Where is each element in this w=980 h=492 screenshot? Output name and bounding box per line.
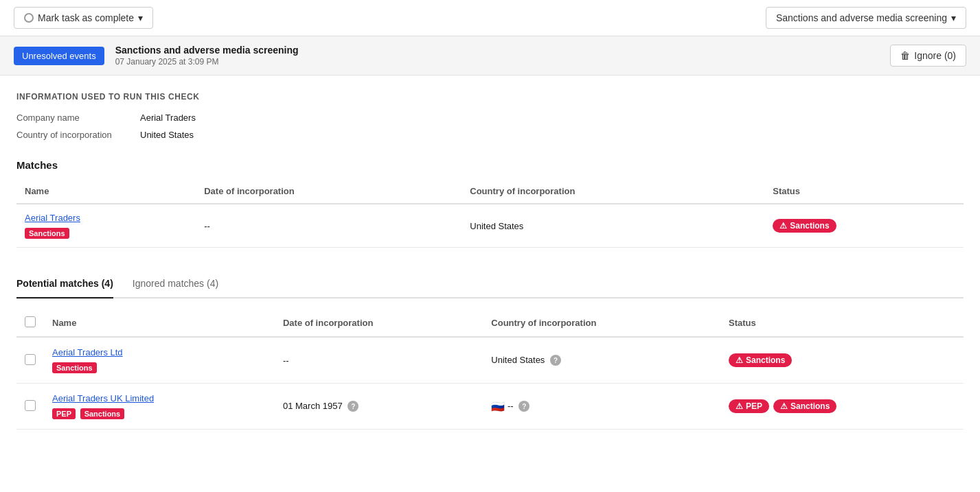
row-2-sanctions-badge: ⚠ Sanctions bbox=[773, 399, 836, 413]
potential-col-name: Name bbox=[44, 309, 275, 337]
row-2-pep-tag: PEP bbox=[52, 408, 76, 419]
aerial-traders-ltd-link[interactable]: Aerial Traders Ltd bbox=[52, 347, 266, 358]
row-1-checkbox[interactable] bbox=[25, 354, 36, 365]
matches-col-date: Date of incorporation bbox=[196, 179, 461, 204]
potential-header-row: Name Date of incorporation Country of in… bbox=[16, 309, 964, 337]
potential-col-date: Date of incorporation bbox=[275, 309, 483, 337]
potential-row-2: Aerial Traders UK Limited PEP Sanctions … bbox=[16, 384, 964, 430]
matches-section-title: Matches bbox=[16, 159, 964, 171]
country-value: United States bbox=[140, 130, 964, 140]
aerial-traders-link[interactable]: Aerial Traders bbox=[25, 213, 187, 223]
screening-dropdown-label: Sanctions and adverse media screening bbox=[776, 12, 947, 23]
matches-cell-country: United States bbox=[461, 204, 764, 248]
tab-potential-matches[interactable]: Potential matches (4) bbox=[16, 270, 113, 298]
select-all-checkbox[interactable] bbox=[25, 316, 36, 327]
circle-icon bbox=[24, 13, 34, 23]
matches-cell-date: -- bbox=[196, 204, 461, 248]
row-1-status-badges: ⚠ Sanctions bbox=[729, 353, 955, 367]
country-label: Country of incorporation bbox=[16, 130, 140, 140]
ignore-label: Ignore (0) bbox=[914, 50, 956, 61]
potential-row-2-name: Aerial Traders UK Limited PEP Sanctions bbox=[44, 384, 275, 430]
row-2-pep-icon: ⚠ bbox=[736, 401, 743, 411]
potential-row-1-checkbox-cell bbox=[16, 337, 44, 384]
matches-col-status: Status bbox=[764, 179, 964, 204]
matches-row: Aerial Traders Sanctions -- United State… bbox=[16, 204, 964, 248]
sub-header-left: Unresolved events Sanctions and adverse … bbox=[14, 45, 299, 67]
row-1-sanctions-tag: Sanctions bbox=[52, 362, 97, 373]
matches-cell-name: Aerial Traders Sanctions bbox=[16, 204, 196, 248]
tab-ignored-matches[interactable]: Ignored matches (4) bbox=[133, 270, 218, 298]
screening-dropdown-chevron: ▾ bbox=[951, 12, 956, 23]
sanctions-status-badge: ⚠ Sanctions bbox=[773, 219, 836, 233]
potential-row-2-status: ⚠ PEP ⚠ Sanctions bbox=[720, 384, 964, 430]
row-2-pep-badge: ⚠ PEP bbox=[729, 399, 769, 413]
tabs-container: Potential matches (4) Ignored matches (4… bbox=[16, 270, 964, 298]
exclamation-icon: ⚠ bbox=[779, 221, 787, 231]
sub-header-date: 07 January 2025 at 3:09 PM bbox=[115, 57, 299, 67]
company-name-label: Company name bbox=[16, 113, 140, 123]
potential-matches-table: Name Date of incorporation Country of in… bbox=[16, 309, 964, 430]
matches-table: Name Date of incorporation Country of in… bbox=[16, 179, 964, 248]
potential-row-2-country: 🇷🇺 -- ? bbox=[483, 384, 720, 430]
sub-header: Unresolved events Sanctions and adverse … bbox=[0, 36, 980, 75]
potential-row-1: Aerial Traders Ltd Sanctions -- United S… bbox=[16, 337, 964, 384]
mark-complete-chevron: ▾ bbox=[138, 12, 143, 23]
russia-flag-icon: 🇷🇺 bbox=[491, 401, 505, 412]
potential-row-2-checkbox-cell bbox=[16, 384, 44, 430]
potential-col-status: Status bbox=[720, 309, 964, 337]
potential-row-1-name: Aerial Traders Ltd Sanctions bbox=[44, 337, 275, 384]
row-2-country-help-icon[interactable]: ? bbox=[519, 401, 529, 412]
potential-row-1-status: ⚠ Sanctions bbox=[720, 337, 964, 384]
matches-col-name: Name bbox=[16, 179, 196, 204]
potential-row-2-date: 01 March 1957 ? bbox=[275, 384, 483, 430]
row-2-date-help-icon[interactable]: ? bbox=[347, 401, 358, 412]
company-name-value: Aerial Traders bbox=[140, 113, 964, 123]
matches-header-row: Name Date of incorporation Country of in… bbox=[16, 179, 964, 204]
row-2-country-dash: -- bbox=[508, 400, 514, 410]
potential-row-1-date: -- bbox=[275, 337, 483, 384]
sub-header-info: Sanctions and adverse media screening 07… bbox=[115, 45, 299, 67]
info-section-title: INFORMATION USED TO RUN THIS CHECK bbox=[16, 92, 964, 102]
row-2-exclamation-icon: ⚠ bbox=[780, 401, 788, 411]
unresolved-events-button[interactable]: Unresolved events bbox=[14, 47, 104, 65]
sub-header-title: Sanctions and adverse media screening bbox=[115, 45, 299, 56]
screening-dropdown-button[interactable]: Sanctions and adverse media screening ▾ bbox=[766, 7, 966, 29]
main-content: INFORMATION USED TO RUN THIS CHECK Compa… bbox=[0, 75, 980, 446]
ignore-button[interactable]: 🗑 Ignore (0) bbox=[890, 45, 966, 67]
potential-col-country: Country of incorporation bbox=[483, 309, 720, 337]
row-2-status-badges: ⚠ PEP ⚠ Sanctions bbox=[729, 399, 955, 413]
aerial-traders-uk-link[interactable]: Aerial Traders UK Limited bbox=[52, 393, 266, 403]
trash-icon: 🗑 bbox=[900, 50, 910, 61]
row-1-country-help-icon[interactable]: ? bbox=[550, 355, 561, 366]
matches-col-country: Country of incorporation bbox=[461, 179, 764, 204]
potential-col-checkbox bbox=[16, 309, 44, 337]
sanctions-tag: Sanctions bbox=[25, 228, 69, 239]
top-bar: Mark task as complete ▾ Sanctions and ad… bbox=[0, 0, 980, 36]
mark-complete-button[interactable]: Mark task as complete ▾ bbox=[14, 7, 153, 29]
row-1-exclamation-icon: ⚠ bbox=[736, 355, 743, 365]
potential-row-1-country: United States ? bbox=[483, 337, 720, 384]
row-1-country-text: United States bbox=[491, 355, 545, 365]
matches-cell-status: ⚠ Sanctions bbox=[764, 204, 964, 248]
row-1-sanctions-badge: ⚠ Sanctions bbox=[729, 353, 792, 367]
mark-complete-label: Mark task as complete bbox=[38, 12, 134, 23]
info-grid: Company name Aerial Traders Country of i… bbox=[16, 113, 964, 140]
row-2-sanctions-tag: Sanctions bbox=[80, 408, 125, 419]
row-2-checkbox[interactable] bbox=[25, 400, 36, 411]
